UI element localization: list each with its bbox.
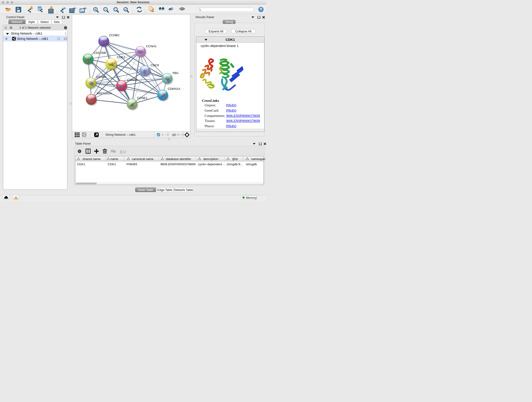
svg-text:CCNB1: CCNB1	[96, 75, 107, 79]
svg-text:?: ?	[260, 7, 262, 12]
svg-text:HIST1H1A: HIST1H1A	[97, 92, 112, 95]
svg-text:f(x): f(x)	[120, 149, 126, 154]
svg-text:CDK1: CDK1	[117, 56, 125, 59]
svg-text:CDC6: CDC6	[151, 64, 159, 67]
svg-text:RB1: RB1	[173, 71, 179, 75]
svg-text:CCNE1: CCNE1	[137, 96, 147, 100]
svg-text:CDC25B: CDC25B	[94, 51, 106, 55]
svg-text:CCNA1: CCNA1	[146, 45, 157, 48]
svg-text:CDKN1A: CDKN1A	[168, 87, 180, 90]
svg-text:CCNA2: CCNA2	[127, 78, 138, 82]
svg-text:CCNB2: CCNB2	[109, 33, 120, 37]
